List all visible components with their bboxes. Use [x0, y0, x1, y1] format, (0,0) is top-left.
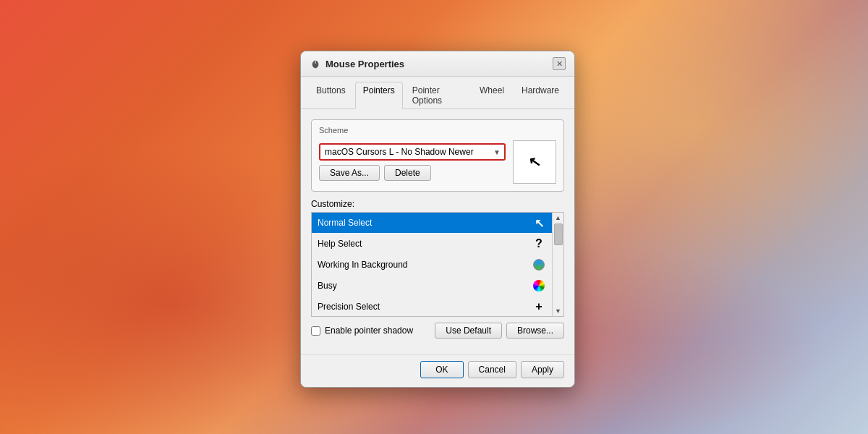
list-item-busy[interactable]: Busy [312, 276, 552, 297]
mouse-properties-dialog: Mouse Properties ✕ Buttons Pointers Poin… [300, 51, 575, 388]
list-item-label: Busy [318, 281, 532, 291]
list-item-label: Normal Select [318, 218, 532, 228]
scheme-buttons: Save As... Delete [319, 165, 506, 181]
title-bar: Mouse Properties ✕ [301, 51, 574, 77]
list-item-label: Working In Background [318, 260, 532, 270]
shadow-label: Enable pointer shadow [325, 326, 413, 336]
shadow-buttons: Use Default Browse... [435, 323, 564, 339]
scheme-select[interactable]: macOS Cursors L - No Shadow Newer Window… [320, 145, 504, 159]
tab-bar: Buttons Pointers Pointer Options Wheel H… [301, 77, 574, 109]
customize-label: Customize: [311, 199, 564, 209]
delete-button[interactable]: Delete [384, 165, 431, 181]
cursor-question-icon: ? [532, 237, 546, 251]
list-item-label: Precision Select [318, 302, 532, 312]
mouse-icon [310, 58, 321, 69]
dialog-title: Mouse Properties [326, 59, 553, 69]
list-item-precision-select[interactable]: Precision Select + [312, 297, 552, 316]
apply-button[interactable]: Apply [521, 361, 564, 378]
tab-wheel[interactable]: Wheel [472, 82, 512, 109]
scrollbar-up-arrow[interactable]: ▲ [555, 214, 561, 221]
list-item-working-background[interactable]: Working In Background [312, 255, 552, 276]
scrollbar-down-arrow[interactable]: ▼ [555, 307, 561, 315]
list-item-label: Help Select [318, 239, 532, 249]
scrollbar-thumb[interactable] [554, 224, 563, 245]
customize-list: Normal Select ↖ Help Select ? Working In… [312, 213, 552, 316]
cursor-plus-icon: + [532, 299, 546, 314]
dialog-body: Scheme macOS Cursors L - No Shadow Newer… [301, 109, 574, 354]
shadow-checkbox[interactable] [311, 326, 320, 336]
dialog-footer: OK Cancel Apply [301, 354, 574, 387]
shadow-row: Enable pointer shadow Use Default Browse… [311, 323, 564, 339]
tab-pointers[interactable]: Pointers [355, 82, 403, 109]
browse-button[interactable]: Browse... [506, 323, 564, 339]
scheme-select-wrapper: macOS Cursors L - No Shadow Newer Window… [319, 143, 506, 161]
use-default-button[interactable]: Use Default [435, 323, 502, 339]
cancel-button[interactable]: Cancel [468, 361, 516, 378]
save-as-button[interactable]: Save As... [319, 165, 380, 181]
list-item-normal-select[interactable]: Normal Select ↖ [312, 213, 552, 234]
cursor-preview-icon: ↖ [527, 153, 542, 172]
scrollbar[interactable]: ▲ ▼ [552, 213, 563, 316]
cursor-colorwheel-icon [532, 278, 546, 293]
tab-hardware[interactable]: Hardware [514, 82, 567, 109]
cursor-globe-icon [532, 258, 546, 272]
ok-button[interactable]: OK [420, 361, 463, 378]
list-item-help-select[interactable]: Help Select ? [312, 234, 552, 255]
scheme-row: macOS Cursors L - No Shadow Newer Window… [319, 140, 556, 184]
scheme-group: Scheme macOS Cursors L - No Shadow Newer… [311, 119, 564, 192]
scrollbar-track[interactable] [553, 224, 563, 305]
cursor-preview-box: ↖ [513, 140, 556, 184]
customize-list-container: Normal Select ↖ Help Select ? Working In… [311, 212, 564, 317]
cursor-arrow-icon: ↖ [532, 216, 546, 230]
scheme-label: Scheme [319, 126, 556, 135]
tab-buttons[interactable]: Buttons [308, 82, 354, 109]
close-button[interactable]: ✕ [553, 57, 566, 70]
tab-pointer-options[interactable]: Pointer Options [404, 82, 470, 109]
